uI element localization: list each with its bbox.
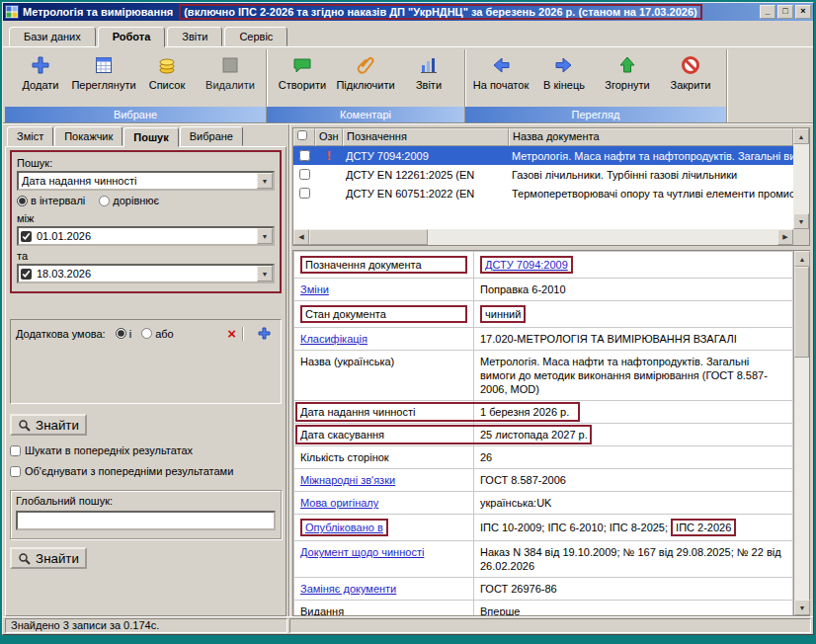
row-checkbox[interactable] — [299, 150, 310, 161]
scroll-up-icon[interactable]: ▲ — [793, 128, 809, 144]
view-button[interactable]: Переглянути — [72, 51, 135, 107]
scroll-right-icon[interactable]: ▶ — [777, 229, 793, 245]
search-in-previous-checkbox[interactable]: Шукати в попередніх результатах — [10, 444, 282, 456]
delete-button[interactable]: Видалити — [199, 51, 262, 107]
tab-vybrane[interactable]: Вибране — [180, 126, 243, 146]
date-to-checkbox[interactable] — [21, 269, 32, 280]
close-button[interactable]: × — [795, 5, 811, 19]
international-links-link[interactable]: Міжнародні зв'язки — [300, 474, 395, 486]
reports-button[interactable]: Звіти — [397, 51, 460, 107]
chevron-down-icon[interactable]: ▼ — [257, 228, 273, 244]
designation-cell: ДСТУ EN 12261:2025 (EN — [343, 169, 509, 181]
scroll-left-icon[interactable]: ◀ — [293, 229, 309, 245]
remove-condition-button[interactable]: × — [221, 327, 243, 341]
detail-row: Зміни Поправка 6-2010 — [294, 279, 793, 301]
table-row[interactable]: ДСТУ EN 12261:2025 (EN Газові лічильники… — [293, 165, 793, 184]
select-column-header[interactable] — [293, 128, 315, 146]
row-checkbox[interactable] — [299, 188, 310, 199]
chevron-down-icon[interactable]: ▼ — [257, 173, 273, 189]
chevron-down-icon[interactable]: ▼ — [257, 266, 273, 282]
detail-value: ІПС 10-2009; ІПС 6-2010; ІПС 8-2025; ІПС… — [474, 515, 793, 541]
scrollbar-thumb[interactable] — [794, 267, 809, 358]
flag-column-header[interactable]: Озн — [315, 128, 343, 146]
interval-radio[interactable]: в інтервалі — [17, 195, 85, 206]
results-vertical-scrollbar[interactable]: ▲ ▼ — [793, 128, 809, 229]
and-radio[interactable]: і — [116, 328, 131, 340]
row-checkbox[interactable] — [299, 169, 310, 180]
validity-document-link[interactable]: Документ щодо чинності — [300, 546, 424, 558]
document-name-cell: Термоперетворювачі опору та чутливі елем… — [509, 188, 793, 200]
original-language-link[interactable]: Мова оригіналу — [300, 497, 378, 509]
tab-robota[interactable]: Робота — [98, 27, 166, 47]
published-in-link[interactable]: Опубліковано в — [300, 519, 388, 536]
list-button[interactable]: Список — [135, 51, 199, 107]
or-radio[interactable]: або — [141, 328, 174, 340]
add-condition-button[interactable] — [253, 326, 276, 341]
scroll-down-icon[interactable]: ▼ — [793, 213, 809, 229]
tab-poshuk[interactable]: Пошук — [123, 127, 178, 147]
classification-link[interactable]: Класифікація — [300, 333, 367, 345]
tab-zvity[interactable]: Звіти — [167, 27, 222, 46]
maximize-button[interactable]: □ — [777, 5, 793, 19]
title-bar[interactable]: Метрологія та вимірювання (включно ІПС 2… — [3, 3, 813, 21]
between-label: між — [17, 212, 275, 224]
tab-servis[interactable]: Сервіс — [224, 27, 287, 46]
detail-label: Кількість сторінок — [294, 446, 474, 469]
arrow-up-icon — [614, 53, 640, 77]
date-to-dropdown[interactable]: 18.03.2026 ▼ — [17, 264, 275, 283]
status-text: Знайдено 3 записи за 0.174с. — [5, 618, 287, 633]
minimize-button[interactable]: _ — [760, 5, 775, 19]
global-search-label: Глобальний пошук: — [16, 495, 276, 507]
collapse-button[interactable]: Згорнути — [596, 51, 659, 107]
additional-condition-label: Додаткова умова: — [16, 328, 106, 340]
detail-label: Позначення документа — [300, 256, 467, 274]
view-document-icon — [91, 53, 117, 77]
details-vertical-scrollbar[interactable]: ▲ ▼ — [793, 251, 809, 615]
go-first-button[interactable]: На початок — [469, 51, 532, 107]
name-column-header[interactable]: Назва документа — [509, 128, 793, 146]
table-row[interactable]: ! ДСТУ 7094:2009 Метрологія. Маса нафти … — [293, 146, 793, 165]
results-horizontal-scrollbar[interactable]: ◀ ▶ — [293, 229, 793, 245]
create-comment-button[interactable]: Створити — [271, 51, 334, 107]
go-last-button[interactable]: В кінець — [532, 51, 596, 107]
menu-tab-bar: Бази даних Робота Звіти Сервіс — [3, 21, 813, 46]
detail-label: Дата надання чинності — [300, 406, 415, 418]
equals-radio[interactable]: дорівнює — [99, 195, 159, 206]
status-spacer — [289, 618, 811, 633]
date-from-checkbox[interactable] — [21, 231, 32, 242]
tab-bazy-danykh[interactable]: Бази даних — [9, 27, 96, 46]
window-title: Метрологія та вимірювання — [23, 6, 173, 18]
window-subtitle-highlight: (включно ІПС 2-2026 та згідно наказів ДП… — [179, 4, 701, 20]
detail-row: Дата надання чинності 1 березня 2026 р. — [294, 401, 793, 424]
changes-link[interactable]: Зміни — [300, 283, 329, 295]
global-search-input[interactable] — [16, 511, 276, 530]
scrollbar-thumb[interactable] — [309, 229, 428, 245]
designation-column-header[interactable]: Позначення — [343, 128, 509, 146]
scroll-up-icon[interactable]: ▲ — [794, 251, 810, 267]
date-from-dropdown[interactable]: 01.01.2026 ▼ — [17, 226, 275, 246]
global-find-button[interactable]: Знайти — [10, 547, 87, 569]
app-icon — [5, 5, 19, 19]
find-button[interactable]: Знайти — [10, 414, 87, 436]
close-db-button[interactable]: Закрити — [659, 51, 722, 107]
detail-row: Стан документа чинний — [294, 301, 793, 328]
replaces-documents-link[interactable]: Заміняє документи — [300, 583, 396, 595]
select-all-checkbox[interactable] — [297, 130, 307, 140]
detail-row: Документ щодо чинності Наказ N 384 від 1… — [294, 541, 793, 578]
navigation-panel: Зміст Покажчик Пошук Вибране Пошук: Дата… — [3, 124, 289, 616]
toolbar: Додати Переглянути Список Видалити Вибра… — [3, 46, 813, 123]
attach-button[interactable]: Підключити — [334, 51, 397, 107]
detail-value: Поправка 6-2010 — [474, 279, 793, 301]
table-row[interactable]: ДСТУ EN 60751:2022 (EN Термоперетворювач… — [293, 184, 793, 202]
detail-row: Видання Вперше — [294, 601, 793, 616]
tab-pokazhchyk[interactable]: Покажчик — [54, 126, 122, 146]
scroll-down-icon[interactable]: ▼ — [794, 600, 810, 615]
search-field-dropdown[interactable]: Дата надання чинності ▼ — [17, 171, 275, 191]
designation-cell: ДСТУ EN 60751:2022 (EN — [343, 188, 509, 200]
merge-with-previous-checkbox[interactable]: Об'єднувати з попередніми результатами — [10, 465, 282, 477]
tab-zmist[interactable]: Зміст — [7, 126, 53, 146]
add-button[interactable]: Додати — [9, 51, 72, 107]
detail-label: Дата скасування — [300, 429, 384, 441]
designation-link[interactable]: ДСТУ 7094:2009 — [480, 256, 573, 274]
status-value: чинний — [480, 305, 526, 323]
